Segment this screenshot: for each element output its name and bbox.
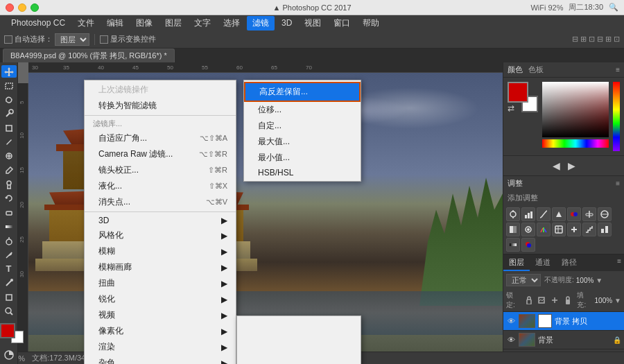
- menu-type[interactable]: 文字: [189, 16, 216, 31]
- layer-item-bg[interactable]: 👁 背景 🔒: [503, 331, 624, 349]
- foreground-swatch[interactable]: [508, 82, 528, 103]
- tool-zoom[interactable]: [1, 305, 17, 318]
- menu-liquify[interactable]: 液化... ⇧⌘X: [85, 178, 236, 194]
- swap-colors-icon[interactable]: ⇄: [508, 104, 514, 112]
- tab-layers[interactable]: 图层: [503, 255, 530, 271]
- close-button[interactable]: [6, 3, 14, 12]
- menu-noise[interactable]: 杂色 ▶: [85, 355, 236, 364]
- tool-clone[interactable]: [1, 178, 17, 191]
- color-picker-gradient[interactable]: [542, 82, 609, 137]
- menu-video[interactable]: 视频 ▶: [85, 307, 236, 323]
- menu-high-pass[interactable]: 高反差保留...: [244, 82, 361, 102]
- menu-convert-smart[interactable]: 转换为智能滤镜: [85, 98, 236, 114]
- adj-color-balance-icon[interactable]: [598, 207, 612, 221]
- adj-hue-sat-icon[interactable]: [582, 207, 596, 221]
- adj-bw-icon[interactable]: [506, 223, 520, 236]
- menu-minimum[interactable]: 最小值...: [244, 150, 361, 166]
- search-icon[interactable]: 🔍: [609, 3, 618, 12]
- adj-exposure-icon[interactable]: [552, 207, 566, 221]
- tool-gradient[interactable]: [1, 220, 17, 233]
- swatches-tab[interactable]: 色板: [528, 64, 544, 75]
- tool-magic-wand[interactable]: [1, 107, 17, 120]
- layers-panel-menu[interactable]: ≡: [614, 255, 624, 271]
- menu-3d[interactable]: 3D ▶: [85, 214, 236, 227]
- adj-menu-btn[interactable]: ≡: [616, 180, 620, 187]
- tool-healing[interactable]: [1, 150, 17, 162]
- menu-window[interactable]: 窗口: [328, 16, 356, 31]
- menu-maximum[interactable]: 最大值...: [244, 134, 361, 150]
- lock-image-btn[interactable]: [537, 295, 548, 306]
- tab-paths[interactable]: 路径: [556, 255, 582, 271]
- menu-adaptive-wide[interactable]: 自适应广角... ⌥⇧⌘A: [85, 130, 236, 146]
- adj-threshold-icon[interactable]: [598, 223, 612, 236]
- menu-camera-raw[interactable]: Camera Raw 滤镜... ⌥⇧⌘R: [85, 146, 236, 162]
- menu-blur[interactable]: 模糊 ▶: [85, 243, 236, 259]
- menu-filter[interactable]: 滤镜: [247, 16, 275, 31]
- tool-pen[interactable]: [1, 248, 17, 261]
- menu-offset[interactable]: 位移...: [244, 102, 361, 118]
- menu-sharpen[interactable]: 锐化 ▶: [85, 291, 236, 307]
- adj-photo-filter-icon[interactable]: [521, 223, 535, 236]
- lock-transparent-btn[interactable]: [523, 295, 535, 306]
- tool-history-brush[interactable]: [1, 192, 17, 205]
- tool-path-select[interactable]: [1, 277, 17, 289]
- tool-dodge[interactable]: [1, 234, 17, 247]
- menu-custom[interactable]: 自定...: [244, 118, 361, 134]
- tool-eraser[interactable]: [1, 206, 17, 218]
- tool-lasso[interactable]: [1, 94, 17, 106]
- menu-stylize[interactable]: 风格化 ▶: [85, 227, 236, 243]
- menu-help[interactable]: 帮助: [357, 16, 385, 31]
- menu-layer[interactable]: 图层: [159, 16, 187, 31]
- menu-file[interactable]: 文件: [72, 16, 100, 31]
- layer-visibility-bg-copy[interactable]: 👁: [506, 316, 516, 326]
- adj-channel-mixer-icon[interactable]: [537, 223, 551, 236]
- menu-vanishing-point[interactable]: 消失点... ⌥⌘V: [85, 194, 236, 210]
- lock-position-btn[interactable]: [549, 295, 560, 306]
- maximize-button[interactable]: [31, 3, 39, 12]
- menu-hsb-hsl[interactable]: HSB/HSL: [244, 166, 361, 180]
- menu-image[interactable]: 图像: [130, 16, 158, 31]
- minimize-button[interactable]: [18, 3, 26, 12]
- menu-blur-gallery[interactable]: 模糊画廊 ▶: [85, 259, 236, 275]
- color-panel-menu[interactable]: ≡: [616, 66, 620, 73]
- tool-crop[interactable]: [1, 121, 17, 134]
- menu-pixelate[interactable]: 像素化 ▶: [85, 323, 236, 339]
- foreground-color-overlay[interactable]: [0, 323, 15, 338]
- menu-lens-correct[interactable]: 镜头校正... ⇧⌘R: [85, 162, 236, 178]
- show-transform-checkbox[interactable]: [100, 35, 108, 44]
- tab-channels[interactable]: 通道: [530, 255, 556, 271]
- menu-edit[interactable]: 编辑: [101, 16, 129, 31]
- adj-levels-icon[interactable]: [521, 207, 535, 221]
- lock-all-btn[interactable]: [562, 295, 573, 306]
- layer-select[interactable]: 图层: [55, 33, 89, 46]
- layer-visibility-bg[interactable]: 👁: [506, 335, 516, 345]
- menu-render[interactable]: 渲染 ▶: [85, 339, 236, 355]
- document-tab[interactable]: B8A4999.psd @ 100% (背景 拷贝, RGB/16*) *: [3, 49, 175, 62]
- menu-distort[interactable]: 扭曲 ▶: [85, 275, 236, 291]
- tool-brush[interactable]: [1, 164, 17, 176]
- blend-mode-select[interactable]: 正常: [506, 274, 541, 286]
- menu-view[interactable]: 视图: [299, 16, 327, 31]
- adj-selective-color-icon[interactable]: [521, 238, 535, 252]
- layer-item-bg-copy[interactable]: 👁 背景 拷贝: [503, 312, 624, 331]
- tool-eyedropper[interactable]: [1, 136, 17, 148]
- nav-prev-btn[interactable]: ◀: [548, 158, 564, 173]
- nav-play-btn[interactable]: ▶: [564, 158, 579, 173]
- adj-posterize-icon[interactable]: [582, 223, 596, 236]
- menu-3d[interactable]: 3D: [276, 17, 297, 29]
- adj-color-lookup-icon[interactable]: [552, 223, 566, 236]
- tool-text[interactable]: T: [1, 263, 17, 275]
- color-spectrum-bar[interactable]: [613, 82, 620, 151]
- menu-select[interactable]: 选择: [218, 16, 245, 31]
- tool-move[interactable]: [1, 65, 17, 78]
- adj-brightness-icon[interactable]: [506, 207, 520, 221]
- hue-slider[interactable]: [542, 139, 609, 148]
- tool-shape[interactable]: [1, 291, 17, 304]
- adj-vibrance-icon[interactable]: [567, 207, 581, 221]
- quick-mask-btn[interactable]: [1, 349, 17, 361]
- adj-gradient-map-icon[interactable]: [506, 238, 520, 252]
- tool-select-rect[interactable]: [1, 79, 17, 92]
- fill-dropdown[interactable]: ▼: [614, 297, 621, 304]
- color-tab[interactable]: 颜色: [508, 64, 523, 75]
- adj-curves-icon[interactable]: [537, 207, 551, 221]
